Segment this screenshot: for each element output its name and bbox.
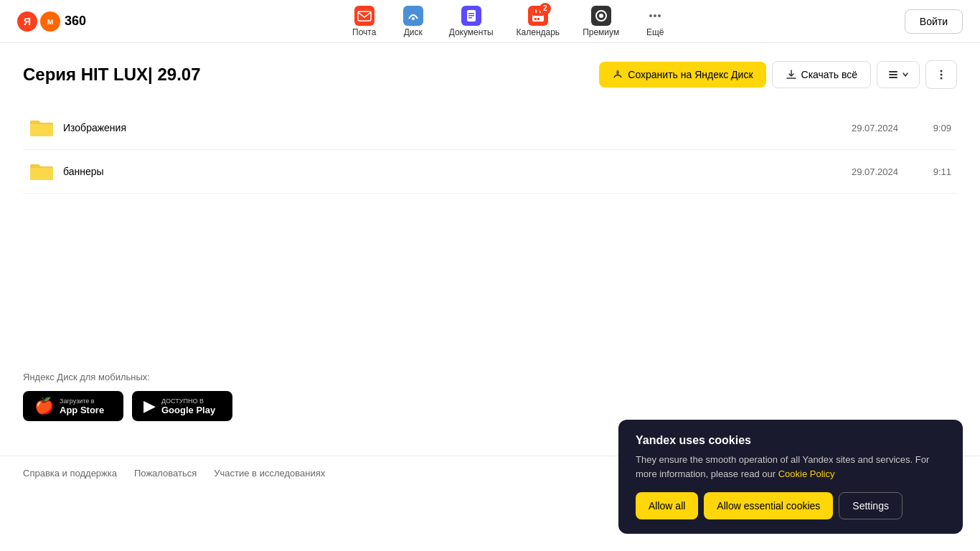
logo[interactable]: Я м 360 <box>17 11 86 32</box>
main-nav: Почта Диск <box>115 1 905 42</box>
list-view-icon <box>887 69 899 80</box>
login-button[interactable]: Войти <box>905 9 963 34</box>
google-play-badge[interactable]: ▶ ДОСТУПНО В Google Play <box>132 391 232 421</box>
chevron-down-icon <box>902 71 909 78</box>
svg-point-21 <box>658 14 661 17</box>
premium-icon <box>591 6 611 26</box>
nav-item-calendar[interactable]: 2 Календарь <box>508 1 569 42</box>
svg-rect-15 <box>537 18 540 20</box>
download-label: Скачать всё <box>801 69 857 80</box>
svg-point-3 <box>412 17 415 20</box>
page-header: Серия HIT LUX| 29.07 Сохранить на Яндекс… <box>23 60 957 89</box>
app-store-badge[interactable]: 🍎 Загрузите в App Store <box>23 391 123 421</box>
svg-rect-14 <box>534 18 537 20</box>
main-content: Серия HIT LUX| 29.07 Сохранить на Яндекс… <box>0 43 980 211</box>
disk-icon <box>403 6 423 26</box>
premium-label: Премиум <box>583 27 619 37</box>
svg-rect-8 <box>468 17 472 19</box>
toolbar: Сохранить на Яндекс Диск Скачать всё <box>599 60 957 89</box>
svg-rect-23 <box>889 74 897 75</box>
more-label: Ещё <box>646 27 664 37</box>
google-play-name: Google Play <box>161 405 215 415</box>
svg-point-27 <box>941 77 943 80</box>
save-label: Сохранить на Яндекс Диск <box>628 69 753 80</box>
google-play-icon: ▶ <box>143 397 156 415</box>
nav-item-docs[interactable]: Документы <box>440 1 502 42</box>
docs-label: Документы <box>449 27 494 37</box>
disk-label: Диск <box>404 27 423 37</box>
download-icon <box>786 69 797 80</box>
file-name-images: Изображения <box>63 122 826 133</box>
logo-360-text: 360 <box>65 14 86 29</box>
more-icon <box>645 6 665 26</box>
cookie-banner: Yandex uses cookies They ensure the smoo… <box>618 420 963 490</box>
file-time-banners: 9:11 <box>915 166 951 177</box>
footer-link-research[interactable]: Участие в исследованиях <box>214 468 325 479</box>
app-badges: 🍎 Загрузите в App Store ▶ ДОСТУПНО В Goo… <box>23 391 957 421</box>
nav-item-more[interactable]: Ещё <box>633 1 677 42</box>
svg-rect-6 <box>468 13 474 14</box>
save-to-disk-button[interactable]: Сохранить на Яндекс Диск <box>599 62 765 88</box>
svg-point-19 <box>649 14 652 17</box>
folder-icon-images <box>29 115 55 141</box>
svg-rect-22 <box>889 71 897 72</box>
cookie-text: They ensure the smooth operation of all … <box>636 453 946 481</box>
folder-icon-banners <box>29 159 55 184</box>
file-date-banners: 29.07.2024 <box>826 166 898 177</box>
options-icon <box>935 68 948 81</box>
svg-rect-0 <box>354 6 374 26</box>
save-icon <box>612 69 623 80</box>
app-store-text: Загрузите в App Store <box>60 397 104 415</box>
ya-logo-circle: Я <box>17 11 37 32</box>
app-store-name: App Store <box>60 405 104 415</box>
svg-rect-12 <box>535 9 537 13</box>
options-button[interactable] <box>925 60 957 89</box>
file-date-images: 29.07.2024 <box>826 123 898 133</box>
calendar-badge: 2 <box>540 3 551 14</box>
ya-letter: Я <box>24 16 31 27</box>
calendar-icon: 2 <box>528 6 548 26</box>
google-play-text: ДОСТУПНО В Google Play <box>161 397 215 415</box>
view-toggle-button[interactable] <box>877 61 920 88</box>
cookie-policy-link[interactable]: Cookie Policy <box>778 468 835 479</box>
download-all-button[interactable]: Скачать всё <box>772 61 871 88</box>
mobile-app-label: Яндекс Диск для мобильных: <box>23 372 957 382</box>
nav-item-disk[interactable]: Диск <box>392 1 435 42</box>
calendar-label: Календарь <box>517 27 560 37</box>
file-time-images: 9:09 <box>915 123 951 133</box>
m-logo-circle: м <box>40 11 60 32</box>
google-play-sub: ДОСТУПНО В <box>161 397 215 405</box>
mail-label: Почта <box>352 27 376 37</box>
file-name-banners: баннеры <box>63 166 826 177</box>
file-row-images[interactable]: Изображения 29.07.2024 9:09 <box>23 106 957 150</box>
cookie-title: Yandex uses cookies <box>636 434 946 447</box>
page-title: Серия HIT LUX| 29.07 <box>23 65 599 85</box>
mail-icon <box>354 6 374 26</box>
svg-rect-24 <box>889 77 897 78</box>
nav-item-premium[interactable]: Премиум <box>574 1 628 42</box>
nav-item-mail[interactable]: Почта <box>343 1 386 42</box>
svg-point-26 <box>941 74 943 76</box>
svg-point-25 <box>941 70 943 72</box>
m-letter: м <box>47 17 54 27</box>
apple-icon: 🍎 <box>34 397 54 415</box>
file-list: Изображения 29.07.2024 9:09 баннеры 29.0… <box>23 106 957 194</box>
header: Я м 360 Почта <box>0 0 980 43</box>
footer-link-report[interactable]: Пожаловаться <box>134 468 197 479</box>
app-store-sub: Загрузите в <box>60 397 104 405</box>
svg-point-20 <box>654 14 656 17</box>
svg-point-18 <box>599 14 603 18</box>
footer-link-help[interactable]: Справка и поддержка <box>23 468 117 479</box>
file-row-banners[interactable]: баннеры 29.07.2024 9:11 <box>23 150 957 194</box>
svg-rect-7 <box>468 15 474 17</box>
docs-icon <box>461 6 481 26</box>
